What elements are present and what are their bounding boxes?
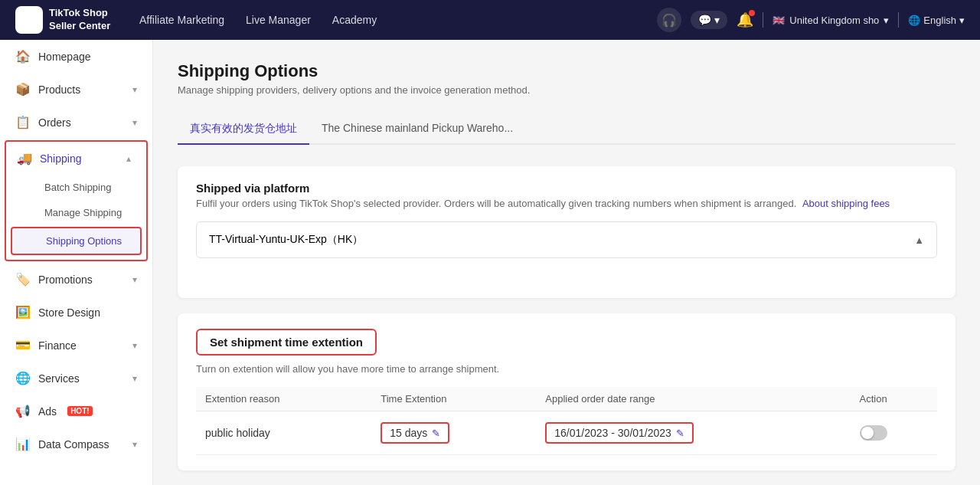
- manage-shipping-label: Manage Shipping: [44, 207, 122, 218]
- tab-real-warehouse[interactable]: 真实有效的发货仓地址: [178, 114, 309, 145]
- store-design-icon: 🖼️: [15, 305, 31, 320]
- lang-chevron: ▾: [959, 15, 965, 26]
- shipped-platform-card: Shipped via platform Fulfil your orders …: [178, 166, 956, 298]
- extension-subtitle: Turn on extention will allow you have mo…: [196, 363, 937, 375]
- sidebar-subitem-shipping-options[interactable]: Shipping Options: [12, 228, 140, 254]
- sidebar-label-orders: Orders: [38, 116, 71, 129]
- date-range-value: 16/01/2023 - 30/01/2023: [554, 427, 671, 439]
- nav-live-manager[interactable]: Live Manager: [246, 14, 311, 26]
- page-layout: 🏠 Homepage 📦 Products ▾ 📋 Orders ▾ 🚚 Shi…: [0, 40, 980, 485]
- nav-links: Affiliate Marketing Live Manager Academy: [139, 14, 632, 26]
- cell-action: [851, 411, 937, 455]
- orders-chevron: ▾: [132, 117, 137, 128]
- tab-pickup-warehouse[interactable]: The Chinese mainland Pickup Wareho...: [309, 114, 525, 145]
- sidebar-label-ads: Ads: [38, 405, 57, 418]
- region-flag: 🇬🇧: [773, 15, 785, 26]
- set-shipment-extension-title: Set shipment time extention: [196, 329, 377, 356]
- sidebar-label-shipping: Shipping: [40, 152, 82, 165]
- nav-affiliate-marketing[interactable]: Affiliate Marketing: [139, 14, 224, 26]
- region-chevron: ▾: [884, 15, 889, 26]
- region-label: United Kingdom sho: [789, 15, 879, 26]
- region-selector[interactable]: 🇬🇧 United Kingdom sho ▾: [773, 15, 889, 26]
- sidebar-item-products[interactable]: 📦 Products ▾: [0, 73, 152, 106]
- ads-hot-badge: HOT!: [67, 406, 92, 416]
- sidebar-item-homepage[interactable]: 🏠 Homepage: [0, 40, 152, 73]
- batch-shipping-label: Batch Shipping: [44, 182, 111, 193]
- date-range-value-cell[interactable]: 16/01/2023 - 30/01/2023 ✎: [545, 422, 694, 444]
- finance-icon: 💳: [15, 338, 31, 352]
- col-reason: Extention reason: [196, 387, 371, 411]
- sidebar-item-data-compass[interactable]: 📊 Data Compass ▾: [0, 428, 152, 460]
- promotions-icon: 🏷️: [15, 272, 31, 287]
- products-chevron: ▾: [132, 84, 137, 95]
- sidebar-item-orders[interactable]: 📋 Orders ▾: [0, 106, 152, 139]
- sidebar-label-services: Services: [38, 372, 80, 385]
- sidebar-item-store-design[interactable]: 🖼️ Store Design: [0, 296, 152, 329]
- products-icon: 📦: [15, 82, 31, 97]
- data-compass-icon: 📊: [15, 437, 31, 451]
- toggle-switch[interactable]: [860, 425, 887, 441]
- days-value-cell[interactable]: 15 days ✎: [381, 422, 449, 444]
- sidebar-label-store-design: Store Design: [38, 306, 100, 319]
- sidebar: 🏠 Homepage 📦 Products ▾ 📋 Orders ▾ 🚚 Shi…: [0, 40, 153, 485]
- edit-date-icon[interactable]: ✎: [676, 428, 684, 439]
- sidebar-label-products: Products: [38, 84, 80, 96]
- notification-bell[interactable]: 🔔: [737, 11, 753, 28]
- toggle-knob: [861, 427, 874, 439]
- headset-icon[interactable]: 🎧: [657, 8, 681, 32]
- provider-label: TT-Virtual-Yuntu-UK-Exp（HK）: [209, 233, 363, 247]
- page-title: Shipping Options: [178, 61, 956, 81]
- topnav-right: 🎧 💬 ▾ 🔔 🇬🇧 United Kingdom sho ▾ 🌐 Englis…: [657, 8, 965, 32]
- nav-academy[interactable]: Academy: [332, 14, 377, 26]
- provider-chevron: ▲: [914, 234, 924, 246]
- notification-dot: [749, 10, 755, 16]
- sidebar-item-promotions[interactable]: 🏷️ Promotions ▾: [0, 263, 152, 296]
- home-icon: 🏠: [15, 49, 31, 64]
- ads-icon: 📢: [15, 404, 31, 418]
- shipment-extension-card: Set shipment time extention Turn on exte…: [178, 313, 956, 470]
- sidebar-item-shipping[interactable]: 🚚 Shipping ▴: [6, 142, 146, 175]
- divider-2: [898, 12, 899, 28]
- edit-time-icon[interactable]: ✎: [432, 428, 440, 439]
- shipping-icon: 🚚: [17, 151, 32, 165]
- sidebar-label-finance: Finance: [38, 339, 77, 352]
- globe-icon: 🌐: [908, 15, 920, 26]
- finance-chevron: ▾: [132, 340, 137, 351]
- page-subtitle: Manage shipping providers, delivery opti…: [178, 84, 956, 96]
- top-navigation: ♪ TikTok ShopSeller Center Affiliate Mar…: [0, 0, 980, 40]
- cell-time: 15 days ✎: [371, 411, 536, 455]
- sidebar-label-promotions: Promotions: [38, 274, 93, 286]
- col-time: Time Extention: [371, 387, 536, 411]
- provider-dropdown[interactable]: TT-Virtual-Yuntu-UK-Exp（HK） ▲: [196, 221, 937, 258]
- sidebar-subitem-batch-shipping[interactable]: Batch Shipping: [6, 175, 146, 200]
- sidebar-label-data-compass: Data Compass: [38, 438, 109, 451]
- sidebar-item-finance[interactable]: 💳 Finance ▾: [0, 329, 152, 362]
- days-value: 15 days: [390, 427, 427, 439]
- sidebar-item-services[interactable]: 🌐 Services ▾: [0, 362, 152, 395]
- promotions-chevron: ▾: [132, 274, 137, 285]
- sidebar-item-ads[interactable]: 📢 Ads HOT!: [0, 395, 152, 428]
- data-compass-chevron: ▾: [132, 439, 137, 450]
- cell-date-range: 16/01/2023 - 30/01/2023 ✎: [536, 411, 850, 455]
- about-shipping-fees-link[interactable]: About shipping fees: [802, 198, 890, 209]
- shipping-chevron: ▴: [126, 153, 131, 164]
- logo-text: TikTok ShopSeller Center: [49, 7, 110, 33]
- sidebar-subitem-manage-shipping[interactable]: Manage Shipping: [6, 200, 146, 225]
- cell-reason: public holiday: [196, 411, 371, 455]
- services-chevron: ▾: [132, 373, 137, 384]
- shipping-options-label: Shipping Options: [46, 235, 122, 247]
- extension-table: Extention reason Time Extention Applied …: [196, 387, 937, 455]
- provider-expanded-area: [196, 258, 937, 283]
- col-date-range: Applied order date range: [536, 387, 850, 411]
- logo[interactable]: ♪ TikTok ShopSeller Center: [15, 6, 115, 34]
- main-content: Shipping Options Manage shipping provide…: [153, 40, 980, 485]
- shipped-platform-title: Shipped via platform: [196, 182, 937, 195]
- divider: [763, 12, 763, 28]
- chat-chevron: ▾: [714, 14, 720, 26]
- shipped-platform-subtitle: Fulfil your orders using TikTok Shop's s…: [196, 198, 937, 209]
- chat-button[interactable]: 💬 ▾: [691, 11, 727, 29]
- sidebar-label-homepage: Homepage: [38, 51, 91, 63]
- tiktok-icon: ♪: [15, 6, 43, 34]
- language-selector[interactable]: 🌐 English ▾: [908, 15, 965, 26]
- col-action: Action: [851, 387, 937, 411]
